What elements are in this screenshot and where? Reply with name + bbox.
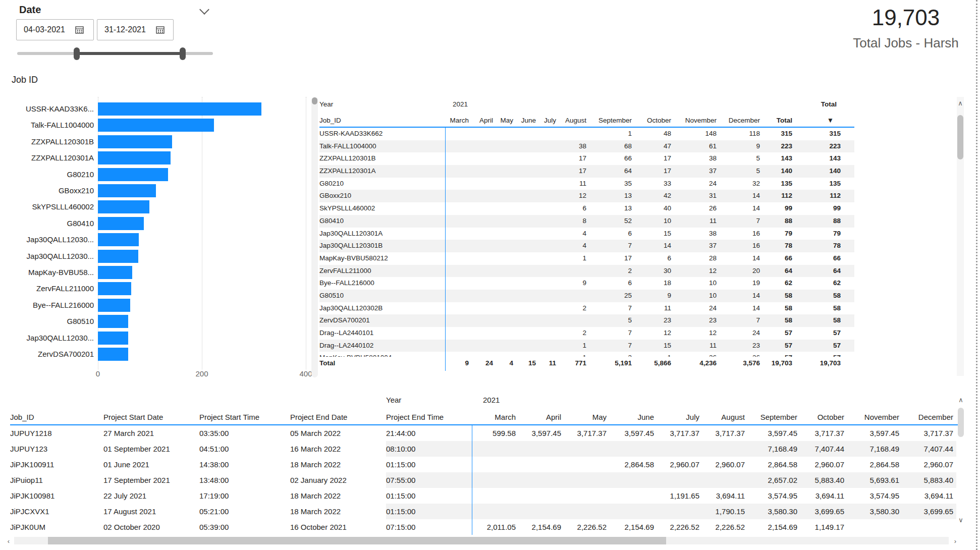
table-column-header[interactable]: August bbox=[702, 410, 748, 424]
matrix-cell bbox=[516, 252, 539, 265]
table-row[interactable]: JiPJK10091101 June 202114:38:0018 March … bbox=[10, 457, 959, 472]
table-cell bbox=[564, 472, 610, 488]
matrix-row[interactable]: ZZXPALL120301B176617385143143 bbox=[319, 152, 854, 165]
matrix-row[interactable]: G80410852101178888 bbox=[319, 215, 854, 228]
bar-chart-scrollbar-thumb[interactable] bbox=[312, 97, 317, 104]
table-row[interactable]: JiPuiop1117 September 202113:48:0002 Jan… bbox=[10, 472, 959, 488]
bar[interactable] bbox=[98, 250, 138, 263]
table-column-header[interactable]: October bbox=[800, 410, 847, 424]
matrix-grand-total-header[interactable]: Total bbox=[795, 99, 844, 110]
bar[interactable] bbox=[98, 315, 128, 328]
matrix-row[interactable]: Bye--FALL216000961810196262 bbox=[319, 277, 854, 290]
matrix-cell bbox=[446, 252, 472, 265]
table-column-header[interactable]: March bbox=[472, 410, 519, 424]
date-slider-handle-start[interactable] bbox=[74, 47, 80, 60]
table-column-header[interactable]: Project End Time bbox=[386, 410, 472, 424]
bar[interactable] bbox=[98, 282, 131, 295]
bar[interactable] bbox=[98, 299, 130, 312]
matrix-row[interactable]: MapKay-BVBU580212117628146666 bbox=[319, 252, 854, 265]
matrix-row[interactable]: ZervFALL21100023012206464 bbox=[319, 265, 854, 278]
end-date-field[interactable] bbox=[97, 19, 174, 40]
bar[interactable] bbox=[98, 168, 168, 181]
table-column-header[interactable]: September bbox=[748, 410, 800, 424]
bar[interactable] bbox=[98, 348, 128, 361]
matrix-column-header[interactable]: July bbox=[539, 115, 559, 127]
bar-category-label: USSR-KAAD33K6... bbox=[10, 104, 94, 113]
table-row[interactable]: JUPUY121827 March 202103:35:0005 March 2… bbox=[10, 425, 959, 441]
table-row[interactable]: JiPJCXVX117 August 202105:21:0018 March … bbox=[10, 504, 959, 519]
table-row[interactable]: JiPJK10098122 July 202117:19:0018 March … bbox=[10, 488, 959, 504]
bar[interactable] bbox=[98, 233, 139, 246]
table-column-header[interactable]: June bbox=[610, 410, 657, 424]
matrix-row[interactable]: MapKay-BVBU580100413126265757 bbox=[319, 352, 854, 357]
bar[interactable] bbox=[98, 266, 132, 279]
matrix-scrollbar-thumb[interactable] bbox=[957, 115, 963, 159]
scroll-right-icon[interactable]: › bbox=[952, 538, 959, 544]
bar[interactable] bbox=[98, 200, 149, 213]
start-date-input[interactable] bbox=[17, 25, 75, 35]
table-column-header[interactable]: July bbox=[657, 410, 702, 424]
matrix-row[interactable]: SkYPSLLL4600026134026149999 bbox=[319, 202, 854, 215]
matrix-row[interactable]: Jap30QALL120301A461538167979 bbox=[319, 228, 854, 240]
table-row[interactable]: JiPJK0UM02 October 202005:39:0016 Octobe… bbox=[10, 519, 959, 535]
matrix-cell: 16 bbox=[720, 228, 763, 240]
calendar-icon[interactable] bbox=[75, 26, 84, 34]
matrix-row[interactable]: G8051025910145858 bbox=[319, 290, 854, 302]
matrix-row[interactable]: Jap30QALL120301B471437167878 bbox=[319, 240, 854, 252]
matrix-column-header[interactable]: October bbox=[635, 115, 674, 127]
table-scrollbar-thumb[interactable] bbox=[958, 408, 964, 437]
bar[interactable] bbox=[98, 184, 156, 197]
matrix-column-header[interactable]: November bbox=[674, 115, 720, 127]
matrix-column-header[interactable]: June bbox=[516, 115, 539, 127]
matrix-column-header[interactable]: March bbox=[446, 115, 472, 127]
matrix-row[interactable]: G802101135332432135135 bbox=[319, 178, 854, 190]
matrix-column-header[interactable]: December bbox=[720, 115, 763, 127]
matrix-column-header[interactable]: August bbox=[559, 115, 589, 127]
matrix-column-header[interactable]: May bbox=[496, 115, 516, 127]
table-row[interactable]: JUPUY12301 September 202104:51:0016 Marc… bbox=[10, 441, 959, 457]
scroll-down-icon[interactable]: ∨ bbox=[957, 517, 964, 523]
matrix-row[interactable]: Talk-FALL1004000386847619223223 bbox=[319, 140, 854, 153]
matrix-row-header[interactable]: Job_ID bbox=[319, 115, 446, 127]
matrix-row[interactable]: Drag--LA2440102171511235757 bbox=[319, 340, 854, 352]
scroll-left-icon[interactable]: ‹ bbox=[5, 538, 12, 544]
start-date-field[interactable] bbox=[16, 19, 94, 40]
calendar-icon[interactable] bbox=[156, 26, 165, 34]
matrix-row[interactable]: Jap30QALL120302B271124145858 bbox=[319, 302, 854, 315]
table-column-header[interactable]: Project Start Time bbox=[199, 410, 290, 424]
table-column-header[interactable]: May bbox=[564, 410, 610, 424]
table-column-header[interactable]: Project End Date bbox=[290, 410, 386, 424]
table-cell: 3,597.45 bbox=[847, 425, 902, 441]
matrix-cell: 88 bbox=[763, 215, 795, 228]
table-column-header[interactable]: April bbox=[519, 410, 564, 424]
matrix-cell: 68 bbox=[589, 140, 635, 153]
matrix-column-header[interactable]: September bbox=[589, 115, 635, 127]
bar[interactable] bbox=[98, 217, 144, 230]
scroll-up-icon[interactable]: ∧ bbox=[957, 397, 964, 403]
matrix-row[interactable]: Drag--LA2440101271212245757 bbox=[319, 327, 854, 340]
bar[interactable] bbox=[98, 135, 172, 148]
matrix-row[interactable]: ZervDSA7002015232375858 bbox=[319, 314, 854, 327]
matrix-cell bbox=[496, 128, 516, 140]
table-hscrollbar-thumb[interactable] bbox=[48, 537, 666, 544]
end-date-input[interactable] bbox=[97, 25, 156, 35]
table-column-header[interactable]: Job_ID bbox=[10, 410, 103, 424]
matrix-column-header[interactable]: Total bbox=[763, 115, 795, 127]
table-column-header[interactable]: Project Start Date bbox=[103, 410, 199, 424]
table-column-header[interactable]: November bbox=[847, 410, 902, 424]
bar[interactable] bbox=[98, 102, 261, 116]
matrix-row[interactable]: USSR-KAAD33K662148148118315315 bbox=[319, 128, 854, 140]
date-slider-handle-end[interactable] bbox=[180, 47, 186, 60]
bar[interactable] bbox=[98, 332, 128, 345]
matrix-row[interactable]: GBoxx2101213423114112112 bbox=[319, 190, 854, 202]
scroll-up-icon[interactable]: ∧ bbox=[957, 100, 964, 106]
bar[interactable] bbox=[98, 119, 214, 132]
matrix-row[interactable]: ZZXPALL120301A176417375140140 bbox=[319, 165, 854, 178]
chevron-down-icon[interactable] bbox=[199, 5, 209, 15]
sort-descending-icon[interactable]: ▼ bbox=[795, 115, 844, 127]
bar-category-label: SkYPSLLL460002 bbox=[10, 202, 94, 211]
table-column-header[interactable]: December bbox=[902, 410, 956, 424]
matrix-column-header[interactable]: April bbox=[472, 115, 496, 127]
bar[interactable] bbox=[98, 151, 171, 164]
matrix-cell bbox=[539, 228, 559, 240]
